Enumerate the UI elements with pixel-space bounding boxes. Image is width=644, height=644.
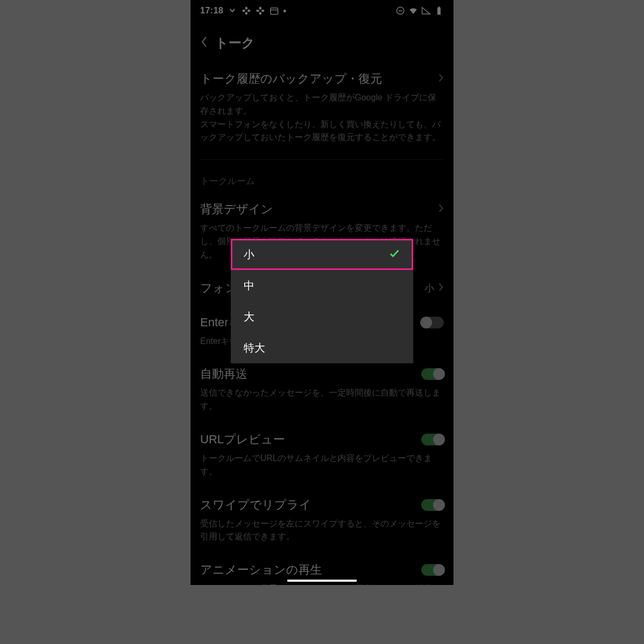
enter-toggle[interactable]: [421, 317, 444, 328]
swipe-title: スワイプでリプライ: [200, 497, 311, 513]
status-time: 17:18: [200, 6, 223, 16]
resend-toggle[interactable]: [421, 368, 444, 380]
resend-desc: 送信できなかったメッセージを、一定時間後に自動で再送します。: [200, 386, 444, 413]
resend-title: 自動再送: [200, 366, 247, 382]
page-title: トーク: [215, 34, 255, 52]
backup-restore-item[interactable]: トーク履歴のバックアップ・復元 バックアップしておくと、トーク履歴がGoogle…: [200, 61, 444, 153]
url-title: URLプレビュー: [200, 431, 285, 448]
chevron-right-icon: [438, 203, 444, 215]
popup-option-label: 中: [244, 279, 254, 293]
url-desc: トークルームでURLのサムネイルと内容をプレビューできます。: [200, 452, 444, 479]
svg-text:!: !: [427, 10, 428, 15]
popup-option-xlarge[interactable]: 特大: [231, 332, 413, 363]
battery-icon: [434, 6, 444, 16]
back-button[interactable]: [200, 35, 208, 50]
chevron-right-icon: [438, 73, 444, 85]
home-indicator[interactable]: [287, 580, 357, 582]
notification-dot-icon: [283, 10, 286, 12]
backup-title: トーク履歴のバックアップ・復元: [200, 71, 382, 87]
url-toggle[interactable]: [421, 434, 444, 445]
font-value: 小: [425, 282, 434, 295]
popup-option-large[interactable]: 大: [231, 301, 413, 332]
backup-desc: バックアップしておくと、トーク履歴がGoogle ドライブに保存されます。 スマ…: [200, 91, 444, 144]
section-talkroom: トークルーム: [200, 164, 444, 192]
popup-option-label: 小: [244, 247, 254, 262]
popup-option-medium[interactable]: 中: [231, 270, 413, 301]
anim-desc: トークルームの背景でアニメーションが再生されます。端末の設定: [200, 582, 444, 585]
bg-title: 背景デザイン: [200, 201, 273, 217]
url-preview-item[interactable]: URLプレビュー トークルームでURLのサムネイルと内容をプレビューできます。: [200, 422, 444, 487]
calendar-icon: [269, 6, 279, 16]
popup-option-label: 特大: [244, 341, 265, 355]
auto-resend-item[interactable]: 自動再送 送信できなかったメッセージを、一定時間後に自動で再送します。: [200, 356, 444, 422]
popup-option-small[interactable]: 小: [231, 239, 413, 270]
missed-call-icon: [228, 6, 237, 16]
wifi-icon: [408, 6, 418, 16]
anim-title: アニメーションの再生: [200, 562, 322, 578]
anim-toggle[interactable]: [421, 564, 444, 576]
signal-icon: !: [421, 6, 431, 16]
svg-rect-6: [438, 7, 440, 8]
check-icon: [389, 247, 400, 262]
divider: [200, 159, 444, 160]
popup-option-label: 大: [244, 310, 254, 324]
swipe-desc: 受信したメッセージを左にスワイプすると、そのメッセージを引用して返信できます。: [200, 517, 444, 544]
svg-rect-0: [271, 8, 279, 14]
font-size-popup: 小 中 大 特大: [231, 239, 413, 363]
swipe-reply-item[interactable]: スワイプでリプライ 受信したメッセージを左にスワイプすると、そのメッセージを引用…: [200, 487, 444, 553]
chevron-right-icon: [438, 282, 444, 294]
fan-icon-2: [255, 6, 265, 16]
swipe-toggle[interactable]: [421, 499, 444, 511]
fan-icon: [241, 6, 251, 16]
svg-rect-5: [437, 8, 441, 15]
dnd-icon: [396, 6, 405, 16]
